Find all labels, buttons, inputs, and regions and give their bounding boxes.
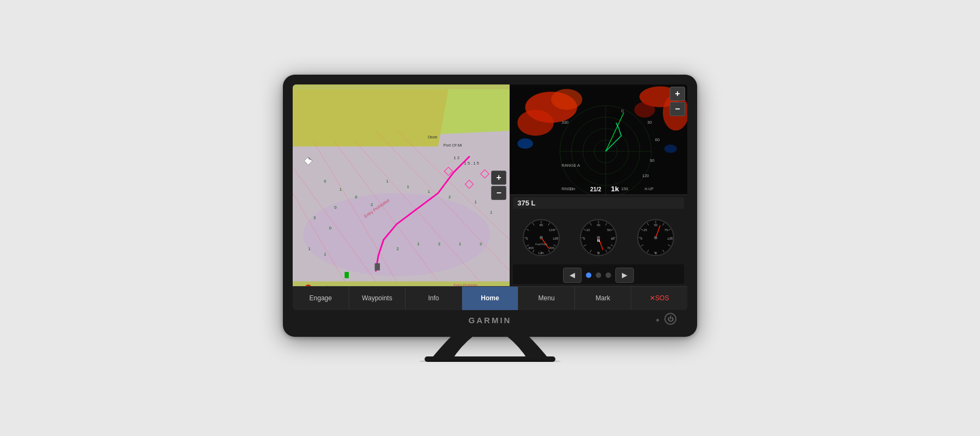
svg-point-2: [303, 193, 490, 276]
svg-point-57: [664, 144, 677, 153]
svg-text:120: 120: [549, 228, 555, 232]
svg-rect-38: [344, 272, 349, 278]
svg-text:1: 1: [386, 179, 388, 184]
svg-point-39: [305, 284, 311, 286]
svg-text:1: 1: [459, 241, 461, 246]
trim-gauge: 40 50 60 70 N 10 0 N: [579, 218, 618, 257]
device-stand: [408, 336, 572, 362]
svg-text:L/hr: L/hr: [539, 251, 544, 255]
svg-text:H-UP: H-UP: [645, 187, 654, 191]
split-screen: 0 1 0 2 0 3 0 1 1 1 2 1 1 1 1: [293, 84, 687, 286]
toolbar-home-button[interactable]: Home: [462, 287, 519, 310]
svg-text:60: 60: [611, 237, 615, 240]
svg-text:2: 2: [397, 246, 399, 251]
svg-marker-4: [293, 89, 449, 146]
svg-text:150: 150: [621, 186, 628, 191]
pagination-next-button[interactable]: ▶: [615, 268, 634, 283]
svg-text:300: 300: [528, 246, 534, 250]
device-bottom: GARMIN ⏻: [293, 310, 687, 329]
svg-text:1: 1: [324, 251, 326, 256]
svg-text:0: 0: [324, 179, 326, 184]
power-icon: ⏻: [668, 316, 674, 322]
svg-text:1k: 1k: [611, 185, 619, 193]
radar-zoom-in-button[interactable]: +: [670, 87, 685, 101]
right-panel: 330 0 30 60 90 120 150 RANGE A 21/2: [510, 84, 687, 286]
svg-text:N: N: [597, 251, 600, 255]
svg-text:70: 70: [607, 246, 611, 250]
svg-text:1: 1: [490, 210, 492, 215]
toolbar-waypoints-button[interactable]: Waypoints: [349, 287, 406, 310]
svg-text:1: 1: [308, 246, 311, 251]
svg-text:25: 25: [643, 228, 647, 232]
radar-panel[interactable]: 330 0 30 60 90 120 150 RANGE A 21/2: [510, 84, 687, 196]
svg-text:1 2: 1 2: [453, 155, 459, 160]
svg-text:0: 0: [329, 225, 331, 230]
svg-text:50: 50: [654, 223, 657, 227]
svg-text:60: 60: [655, 137, 660, 142]
svg-point-51: [517, 110, 554, 136]
svg-text:N: N: [597, 239, 600, 243]
chart-zoom-in-button[interactable]: +: [491, 171, 506, 185]
svg-text:RANGE A: RANGE A: [561, 163, 580, 168]
device-body: 0 1 0 2 0 3 0 1 1 1 2 1 1 1 1: [283, 75, 697, 337]
status-indicator: [656, 319, 659, 322]
radar-controls: + −: [670, 87, 685, 116]
chart-zoom-controls: + −: [491, 171, 506, 200]
fuel-level-display: 375 L: [513, 197, 684, 209]
svg-text:200: 200: [549, 246, 555, 250]
svg-text:160: 160: [553, 237, 559, 240]
pagination-dot-2[interactable]: [596, 272, 601, 278]
radar-zoom-out-button[interactable]: −: [670, 102, 685, 116]
sos-label: SOS: [655, 294, 669, 302]
chart-panel[interactable]: 0 1 0 2 0 3 0 1 1 1 2 1 1 1 1: [293, 84, 510, 286]
chart-zoom-out-button[interactable]: −: [491, 186, 506, 200]
svg-text:100: 100: [667, 237, 673, 240]
svg-text:50: 50: [607, 228, 611, 232]
pagination-prev-button[interactable]: ◀: [563, 268, 582, 283]
svg-text:Obste: Obste: [428, 135, 438, 139]
svg-text:1: 1: [428, 189, 430, 194]
svg-text:30: 30: [648, 120, 652, 125]
svg-text:1: 1: [474, 199, 476, 204]
gauges-row: 80 120 160 200 L/hr 300 0: [513, 211, 684, 264]
svg-point-52: [551, 89, 582, 110]
pagination-row: ◀ ▶: [513, 264, 684, 284]
svg-text:1: 1: [340, 186, 342, 191]
svg-text:1: 1: [418, 241, 420, 246]
svg-text:80: 80: [540, 223, 543, 227]
svg-point-55: [634, 102, 655, 118]
svg-text:Entry Prohibite...: Entry Prohibite...: [453, 283, 480, 286]
toolbar-engage-button[interactable]: Engage: [293, 287, 349, 310]
screen-area: 0 1 0 2 0 3 0 1 1 1 2 1 1 1 1: [293, 84, 687, 310]
svg-text:75: 75: [664, 228, 668, 232]
svg-point-144: [654, 236, 657, 239]
svg-point-56: [517, 138, 533, 148]
toolbar-mark-button[interactable]: Mark: [575, 287, 632, 310]
svg-text:Biscayne Bay: Biscayne Bay: [324, 284, 353, 286]
svg-text:120: 120: [642, 173, 649, 178]
brand-label: GARMIN: [469, 316, 512, 325]
fuel-flow-gauge: 80 120 160 200 L/hr 300 0: [522, 218, 561, 257]
svg-text:330: 330: [561, 120, 568, 125]
toolbar-info-button[interactable]: Info: [406, 287, 462, 310]
svg-text:3: 3: [313, 215, 316, 220]
gauge-panel: 375 L: [510, 195, 687, 286]
svg-rect-37: [375, 263, 380, 270]
svg-text:2: 2: [438, 241, 440, 246]
toolbar-sos-button[interactable]: ✕ SOS: [631, 287, 687, 310]
device-wrapper: 0 1 0 2 0 3 0 1 1 1 2 1 1 1 1: [283, 75, 697, 362]
pagination-dot-1[interactable]: [586, 272, 591, 278]
svg-text:0: 0: [621, 108, 624, 113]
power-button[interactable]: ⏻: [664, 313, 676, 325]
svg-text:90: 90: [650, 158, 654, 162]
svg-text:%: %: [654, 251, 657, 255]
pagination-dot-3[interactable]: [606, 272, 611, 278]
svg-point-123: [597, 236, 600, 239]
svg-text:40: 40: [597, 223, 601, 227]
svg-text:0: 0: [355, 194, 357, 199]
svg-text:21/2: 21/2: [590, 186, 602, 192]
percent-gauge: 50 75 100 % 25 0: [636, 218, 675, 257]
toolbar-menu-button[interactable]: Menu: [518, 287, 575, 310]
svg-text:2: 2: [449, 194, 451, 199]
svg-text:1: 1: [407, 184, 409, 189]
